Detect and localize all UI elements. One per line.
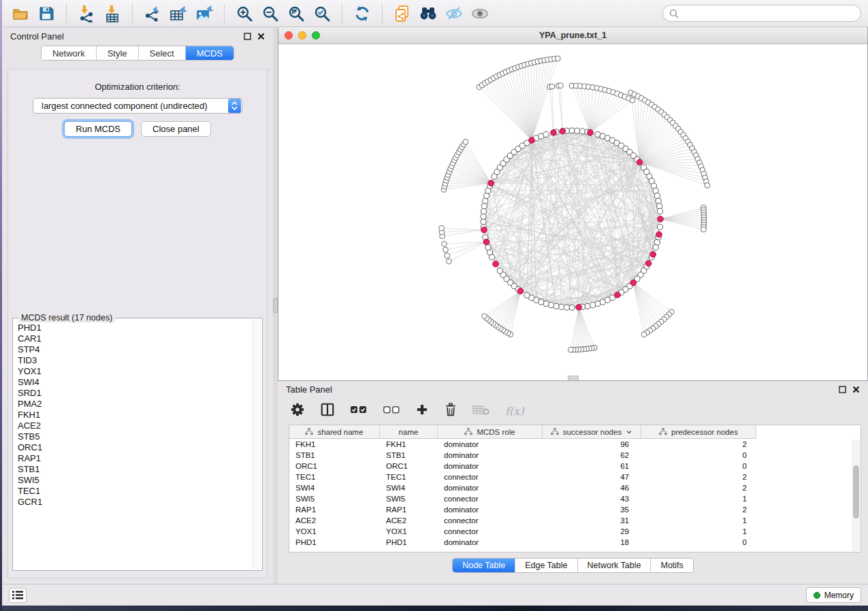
- table-cell: 1: [641, 516, 756, 525]
- table-row[interactable]: RAP1RAP1dominator352: [289, 504, 861, 515]
- criterion-dropdown[interactable]: largest connected component (undirected): [33, 98, 242, 114]
- zoom-selected-icon[interactable]: [310, 3, 334, 24]
- export-table-icon[interactable]: [167, 3, 190, 24]
- function-builder-icon: f(x): [505, 405, 524, 418]
- tab-mcds[interactable]: MCDS: [186, 46, 234, 60]
- close-panel-icon[interactable]: [257, 33, 265, 40]
- export-image-icon[interactable]: [193, 3, 216, 24]
- search-binoculars-icon[interactable]: [417, 3, 440, 24]
- mcds-result-list[interactable]: PHD1CAR1STP4TID3YOX1SWI4SRD1PMA2FKH1ACE2…: [13, 318, 252, 570]
- network-canvas[interactable]: [278, 44, 867, 380]
- table-scrollbar[interactable]: [852, 440, 860, 551]
- table-cell: connector: [438, 527, 543, 535]
- table-row[interactable]: PHD1PHD1dominator180: [289, 537, 861, 548]
- save-session-icon[interactable]: [35, 3, 58, 24]
- memory-button[interactable]: Memory: [806, 587, 861, 603]
- zoom-fit-icon[interactable]: [285, 3, 308, 24]
- control-panel: Control Panel NetworkStyleSelectMCDS Opt…: [2, 27, 273, 584]
- tab-node-table[interactable]: Node Table: [453, 559, 515, 572]
- tab-style[interactable]: Style: [97, 46, 139, 60]
- mcds-result-item[interactable]: STB5: [18, 431, 252, 442]
- mcds-result-item[interactable]: SWI5: [18, 475, 252, 486]
- column-header-shared-name[interactable]: shared name: [289, 425, 380, 439]
- table-cell: 29: [543, 527, 641, 535]
- tab-network[interactable]: Network: [42, 46, 97, 60]
- close-panel-icon[interactable]: [852, 386, 860, 393]
- mcds-result-item[interactable]: ORC1: [18, 442, 252, 453]
- search-box[interactable]: [662, 5, 861, 22]
- refresh-view-icon[interactable]: [351, 3, 374, 24]
- table-cell: RAP1: [289, 506, 380, 514]
- vertical-splitter[interactable]: [273, 27, 278, 584]
- tab-edge-table[interactable]: Edge Table: [515, 559, 577, 572]
- table-row[interactable]: SWI5SWI5connector431: [289, 493, 861, 504]
- tab-network-table[interactable]: Network Table: [578, 559, 652, 572]
- zoom-out-icon[interactable]: [259, 3, 282, 24]
- export-network-icon[interactable]: [141, 3, 164, 24]
- toggle-graphics-details-icon[interactable]: [443, 3, 466, 24]
- mcds-result-item[interactable]: SRD1: [18, 388, 252, 399]
- mcds-list-scrollbar[interactable]: [253, 319, 261, 569]
- show-columns-icon[interactable]: [320, 402, 335, 420]
- mcds-result-item[interactable]: RAP1: [18, 453, 252, 464]
- table-cell: dominator: [438, 462, 543, 470]
- mcds-result-item[interactable]: ACE2: [18, 420, 252, 431]
- mcds-result-item[interactable]: FKH1: [18, 410, 252, 420]
- mcds-result-item[interactable]: STB1: [18, 464, 252, 475]
- table-mode-gear-icon[interactable]: [290, 402, 305, 420]
- table-scrollbar-thumb[interactable]: [853, 465, 859, 518]
- mcds-result-item[interactable]: STP4: [18, 344, 252, 355]
- network-splitter-grip[interactable]: [568, 376, 579, 380]
- node-table-header: shared namenameMCDS rolesuccessor nodesp…: [289, 425, 861, 439]
- table-cell: 18: [543, 538, 641, 546]
- memory-label: Memory: [824, 591, 854, 600]
- mcds-result-item[interactable]: TEC1: [18, 486, 252, 497]
- import-table-icon[interactable]: [101, 3, 124, 24]
- column-header-successor-nodes[interactable]: successor nodes: [543, 425, 641, 439]
- main-toolbar: [2, 0, 868, 27]
- mcds-result-item[interactable]: TID3: [18, 355, 252, 366]
- mcds-result-item[interactable]: PMA2: [18, 399, 252, 410]
- float-panel-icon[interactable]: [839, 386, 846, 393]
- mcds-result-item[interactable]: GCR1: [18, 497, 252, 508]
- table-row[interactable]: YOX1YOX1connector291: [289, 526, 861, 537]
- table-row[interactable]: ORC1ORC1dominator610: [289, 461, 861, 472]
- open-file-icon[interactable]: [9, 3, 32, 24]
- table-row[interactable]: FKH1FKH1dominator962: [289, 439, 861, 450]
- table-cell: 0: [641, 451, 756, 459]
- task-history-button[interactable]: [9, 588, 27, 603]
- node-table[interactable]: shared namenameMCDS rolesuccessor nodesp…: [289, 425, 861, 552]
- import-network-icon[interactable]: [75, 3, 98, 24]
- select-all-checks-icon[interactable]: [350, 403, 368, 418]
- delete-columns-trash-icon[interactable]: [444, 402, 457, 420]
- copy-current-view-icon[interactable]: [391, 3, 414, 24]
- mcds-result-item[interactable]: CAR1: [18, 333, 252, 344]
- tab-motifs[interactable]: Motifs: [651, 559, 692, 572]
- search-input[interactable]: [683, 9, 854, 18]
- table-cell: STB1: [289, 451, 380, 459]
- tab-select[interactable]: Select: [139, 46, 186, 60]
- table-row[interactable]: ACE2ACE2connector311: [289, 515, 861, 526]
- table-cell: 2: [641, 473, 756, 481]
- float-panel-icon[interactable]: [244, 33, 251, 40]
- mcds-result-item[interactable]: YOX1: [18, 366, 252, 377]
- close-panel-button[interactable]: Close panel: [141, 121, 211, 137]
- table-row[interactable]: TEC1TEC1connector472: [289, 472, 861, 482]
- column-header-mcds-role[interactable]: MCDS role: [438, 425, 543, 439]
- network-svg[interactable]: [278, 44, 867, 380]
- table-row[interactable]: STB1STB1dominator620: [289, 450, 861, 461]
- column-header-predecessor-nodes[interactable]: predecessor nodes: [641, 425, 756, 439]
- memory-status-icon: [814, 592, 820, 599]
- mcds-result-item[interactable]: PHD1: [18, 323, 252, 333]
- toolbar-separator: [224, 4, 225, 23]
- splitter-grip[interactable]: [273, 298, 278, 313]
- create-column-icon[interactable]: [415, 403, 429, 419]
- column-header-name[interactable]: name: [380, 425, 438, 439]
- birds-eye-view-icon[interactable]: [468, 3, 492, 24]
- zoom-in-icon[interactable]: [233, 3, 256, 24]
- delete-table-disabled-icon: [472, 403, 490, 418]
- table-row[interactable]: SWI4SWI4dominator462: [289, 482, 861, 493]
- mcds-result-item[interactable]: SWI4: [18, 377, 252, 388]
- run-mcds-button[interactable]: Run MCDS: [64, 121, 132, 137]
- clear-all-checks-icon[interactable]: [383, 403, 400, 418]
